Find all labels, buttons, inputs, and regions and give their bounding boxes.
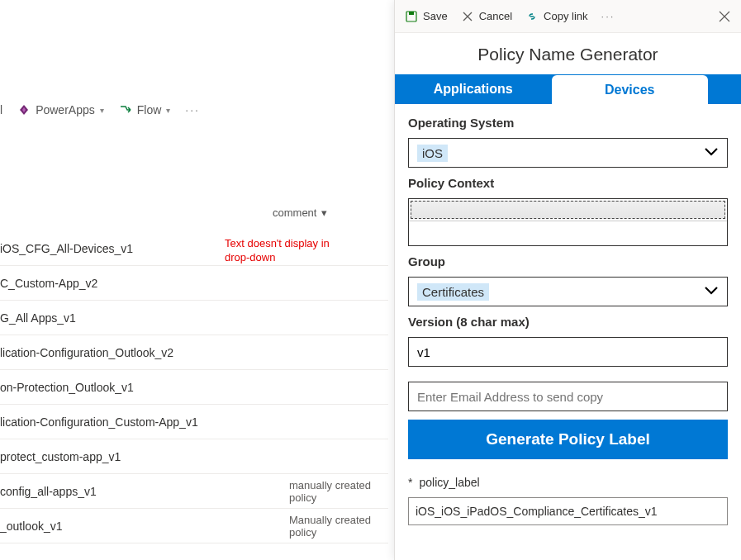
chevron-down-icon: ▾: [321, 206, 327, 219]
policy-label-row: * policy_label: [408, 476, 728, 489]
close-icon: [718, 10, 731, 23]
group-label: Group: [408, 254, 728, 268]
cmd-label: PowerApps: [36, 103, 95, 116]
version-input[interactable]: [408, 337, 728, 367]
list-item-title: protect_custom-app_v1: [0, 450, 289, 463]
list-item[interactable]: on-Protection_Outlook_v1: [0, 370, 388, 405]
os-select[interactable]: iOS: [408, 138, 728, 168]
copy-link-button[interactable]: Copy link: [525, 10, 587, 23]
policy-list: iOS_CFG_All-Devices_v1 C_Custom-App_v2 G…: [0, 231, 388, 543]
close-panel-button[interactable]: [718, 10, 731, 23]
chevron-down-icon: ▾: [100, 106, 104, 115]
side-panel: Save Cancel Copy link ··· Policy Name Ge…: [394, 0, 741, 560]
policy-context-dropdown-area: [409, 221, 727, 245]
list-item-title: lication-Configuration_Custom-App_v1: [0, 415, 289, 429]
annotation-line: drop-down: [225, 251, 330, 265]
panel-title: Policy Name Generator: [395, 33, 741, 74]
powerapps-icon: [17, 103, 31, 116]
chevron-down-icon: [704, 285, 719, 298]
os-value: iOS: [417, 145, 448, 162]
group-value: Certificates: [417, 283, 489, 301]
list-item-title: G_All Apps_v1: [0, 311, 289, 325]
tab-devices[interactable]: Devices: [552, 75, 709, 104]
policy-context-value: [411, 201, 725, 219]
list-item[interactable]: lication-Configuration_Outlook_v2: [0, 335, 388, 370]
list-item-comment: manually created policy: [289, 479, 388, 504]
required-asterisk: *: [408, 476, 412, 489]
list-item-title: C_Custom-App_v2: [0, 277, 289, 290]
list-item-title: lication-Configuration_Outlook_v2: [0, 346, 289, 359]
email-input[interactable]: [408, 382, 728, 411]
svg-rect-2: [409, 12, 414, 15]
tab-bar: Applications Devices: [395, 74, 741, 104]
cancel-button[interactable]: Cancel: [461, 10, 512, 23]
cmd-label: Flow: [137, 103, 162, 116]
tab-label: Devices: [605, 83, 655, 97]
panel-toolbar: Save Cancel Copy link ···: [395, 0, 741, 33]
list-item[interactable]: _outlook_v1Manually created policy: [0, 509, 388, 543]
policy-label-label: policy_label: [419, 476, 479, 489]
version-label: Version (8 char max): [408, 315, 728, 329]
list-item[interactable]: lication-Configuration_Custom-App_v1: [0, 405, 388, 439]
email-field[interactable]: [417, 382, 719, 411]
list-item-comment: Manually created policy: [289, 514, 388, 539]
save-icon: [405, 10, 418, 23]
tab-label: Applications: [434, 82, 513, 97]
group-select[interactable]: Certificates: [408, 277, 728, 306]
overflow-dots[interactable]: ···: [601, 10, 615, 22]
generate-button[interactable]: Generate Policy Label: [408, 420, 728, 459]
list-item[interactable]: protect_custom-app_v1: [0, 439, 388, 474]
cmd-item-flow[interactable]: Flow ▾: [119, 103, 171, 116]
annotation-line: Text doesn't display in: [225, 237, 330, 251]
flow-icon: [119, 103, 132, 116]
list-item[interactable]: C_Custom-App_v2: [0, 266, 388, 301]
save-button[interactable]: Save: [405, 10, 448, 23]
link-icon: [525, 10, 539, 23]
tab-applications[interactable]: Applications: [395, 74, 552, 104]
list-item[interactable]: config_all-apps_v1manually created polic…: [0, 474, 388, 509]
cmd-item-truncated[interactable]: l: [0, 103, 2, 116]
overflow-dots[interactable]: ···: [185, 103, 200, 116]
generate-label: Generate Policy Label: [486, 430, 650, 448]
cancel-label: Cancel: [479, 10, 512, 22]
policy-context-select[interactable]: [408, 198, 728, 246]
tab-bar-gap: [708, 74, 741, 104]
chevron-down-icon: [704, 146, 719, 159]
close-icon: [461, 10, 474, 23]
policy-context-label: Policy Context: [408, 176, 728, 190]
list-item-title: on-Protection_Outlook_v1: [0, 381, 289, 394]
cmd-item-powerapps[interactable]: PowerApps ▾: [17, 103, 104, 116]
os-label: Operating System: [408, 116, 728, 130]
copy-link-label: Copy link: [544, 10, 587, 22]
annotation-text: Text doesn't display in drop-down: [225, 237, 330, 265]
list-item[interactable]: G_All Apps_v1: [0, 301, 388, 335]
policy-label-input[interactable]: iOS_iOS_iPadOS_Compliance_Certificates_v…: [408, 497, 728, 525]
policy-label-value: iOS_iOS_iPadOS_Compliance_Certificates_v…: [416, 505, 658, 518]
save-label: Save: [423, 10, 448, 22]
list-item-title: _outlook_v1: [0, 520, 289, 533]
label-truncated: l: [0, 103, 2, 116]
form: Operating System iOS Policy Context Grou…: [395, 104, 741, 537]
column-header-comment[interactable]: comment ▾: [273, 206, 327, 219]
list-item[interactable]: iOS_CFG_All-Devices_v1: [0, 231, 388, 266]
version-field[interactable]: [417, 338, 719, 366]
column-header-label: comment: [273, 206, 316, 219]
chevron-down-icon: ▾: [166, 106, 170, 115]
list-item-title: config_all-apps_v1: [0, 485, 289, 498]
